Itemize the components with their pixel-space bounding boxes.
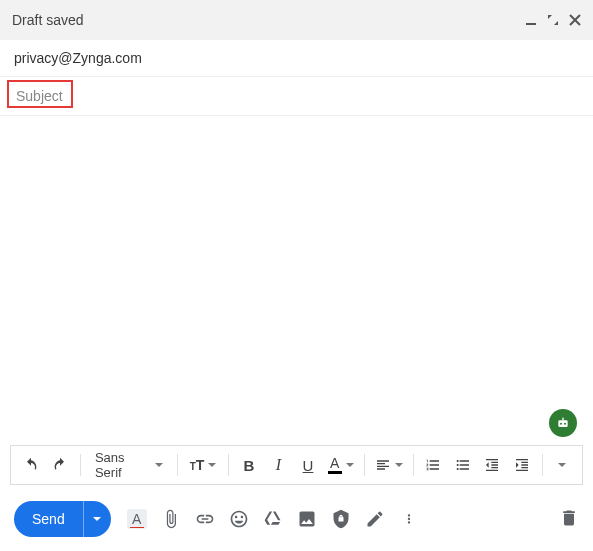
minimize-icon[interactable]	[525, 14, 537, 26]
svg-rect-4	[562, 418, 563, 421]
chevron-down-icon	[155, 463, 163, 467]
chevron-down-icon	[558, 463, 566, 467]
align-button[interactable]	[371, 450, 407, 480]
italic-button[interactable]: I	[265, 450, 293, 480]
separator	[364, 454, 365, 476]
message-body[interactable]	[0, 116, 593, 416]
send-button[interactable]: Send	[14, 501, 83, 537]
attach-file-icon[interactable]	[161, 509, 181, 529]
more-options-icon[interactable]	[399, 509, 419, 529]
bold-button[interactable]: B	[235, 450, 263, 480]
insert-signature-icon[interactable]	[365, 509, 385, 529]
send-options-button[interactable]	[83, 501, 111, 537]
color-bar	[130, 527, 144, 528]
font-size-select[interactable]: TT	[184, 450, 223, 480]
separator	[80, 454, 81, 476]
svg-rect-1	[558, 420, 567, 427]
format-toolbar: Sans Serif TT B I U A	[10, 445, 583, 485]
close-icon[interactable]	[569, 14, 581, 26]
underline-button[interactable]: U	[294, 450, 322, 480]
font-family-select[interactable]: Sans Serif	[87, 450, 171, 480]
text-color-button[interactable]: A	[324, 450, 358, 480]
chevron-down-icon	[208, 463, 216, 467]
insert-emoji-icon[interactable]	[229, 509, 249, 529]
confidential-mode-icon[interactable]	[331, 509, 351, 529]
more-formatting-button[interactable]	[549, 450, 577, 480]
window-controls	[525, 14, 581, 26]
indent-more-button[interactable]	[508, 450, 536, 480]
fullscreen-icon[interactable]	[547, 14, 559, 26]
separator	[413, 454, 414, 476]
font-family-label: Sans Serif	[95, 450, 149, 480]
recipient-to: privacy@Zynga.com	[14, 50, 142, 66]
indent-less-button[interactable]	[479, 450, 507, 480]
svg-point-3	[564, 423, 566, 425]
toggle-format-toolbar-button[interactable]: A	[127, 509, 147, 529]
send-group: Send	[14, 501, 111, 537]
insert-photo-icon[interactable]	[297, 509, 317, 529]
svg-point-2	[560, 423, 562, 425]
svg-rect-0	[526, 23, 536, 25]
insert-link-icon[interactable]	[195, 509, 215, 529]
undo-button[interactable]	[17, 450, 45, 480]
bulleted-list-button[interactable]	[449, 450, 477, 480]
window-title: Draft saved	[12, 12, 525, 28]
bottom-bar: Send A	[0, 493, 593, 551]
insert-drive-icon[interactable]	[263, 509, 283, 529]
chevron-down-icon	[93, 517, 101, 521]
subject-row	[0, 77, 593, 116]
window-header: Draft saved	[0, 0, 593, 40]
separator	[228, 454, 229, 476]
separator	[177, 454, 178, 476]
color-bar	[328, 471, 342, 474]
chevron-down-icon	[346, 463, 354, 467]
subject-input[interactable]	[14, 87, 579, 105]
redo-button[interactable]	[47, 450, 75, 480]
compose-icons: A	[127, 509, 419, 529]
assistant-badge-icon[interactable]	[549, 409, 577, 437]
numbered-list-button[interactable]	[420, 450, 448, 480]
chevron-down-icon	[395, 463, 403, 467]
recipients-field[interactable]: privacy@Zynga.com	[0, 40, 593, 77]
align-left-icon	[375, 457, 391, 473]
discard-draft-icon[interactable]	[559, 508, 579, 531]
separator	[542, 454, 543, 476]
